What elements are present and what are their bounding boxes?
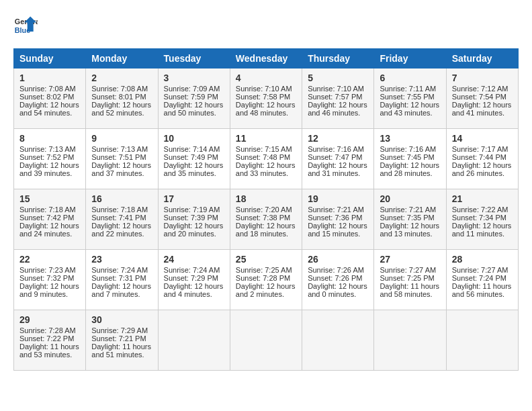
calendar-cell: 3Sunrise: 7:09 AMSunset: 7:59 PMDaylight… [158, 68, 230, 129]
day-number: 7 [452, 73, 513, 83]
sunrise-text: Sunrise: 7:20 AM [236, 205, 292, 214]
day-number: 22 [19, 254, 80, 265]
sunset-text: Sunset: 7:55 PM [380, 93, 434, 101]
calendar-cell: 30Sunrise: 7:29 AMSunset: 7:21 PMDayligh… [86, 310, 158, 371]
calendar-cell: 9Sunrise: 7:13 AMSunset: 7:51 PMDaylight… [86, 129, 158, 189]
calendar-cell: 24Sunrise: 7:24 AMSunset: 7:29 PMDayligh… [158, 250, 230, 310]
sunrise-text: Sunrise: 7:09 AM [164, 85, 220, 93]
day-number: 20 [380, 193, 440, 204]
day-number: 9 [91, 133, 152, 144]
day-number: 8 [19, 133, 80, 144]
daylight-text: Daylight: 12 hours and 4 minutes. [164, 282, 224, 298]
daylight-text: Daylight: 12 hours and 26 minutes. [452, 161, 512, 177]
sunrise-text: Sunrise: 7:15 AM [236, 145, 292, 153]
daylight-text: Daylight: 12 hours and 48 minutes. [236, 101, 296, 117]
sunset-text: Sunset: 7:24 PM [452, 274, 506, 282]
sunrise-text: Sunrise: 7:18 AM [19, 205, 76, 214]
logo-icon: General Blue [13, 13, 38, 38]
sunset-text: Sunset: 7:58 PM [236, 93, 290, 101]
sunset-text: Sunset: 7:47 PM [308, 153, 362, 161]
sunset-text: Sunset: 7:48 PM [236, 153, 290, 161]
day-number: 14 [452, 133, 513, 144]
weekday-header: Monday [86, 49, 158, 68]
calendar-cell: 14Sunrise: 7:17 AMSunset: 7:44 PMDayligh… [446, 129, 518, 189]
sunset-text: Sunset: 7:52 PM [19, 153, 74, 161]
sunset-text: Sunset: 7:28 PM [236, 274, 290, 282]
weekday-header: Friday [374, 49, 446, 68]
calendar-cell: 22Sunrise: 7:23 AMSunset: 7:32 PMDayligh… [14, 250, 86, 310]
daylight-text: Daylight: 12 hours and 7 minutes. [91, 282, 151, 298]
daylight-text: Daylight: 12 hours and 52 minutes. [91, 101, 151, 117]
sunset-text: Sunset: 7:39 PM [164, 214, 218, 222]
sunset-text: Sunset: 7:35 PM [380, 214, 434, 222]
calendar-cell: 7Sunrise: 7:12 AMSunset: 7:54 PMDaylight… [446, 68, 518, 129]
day-number: 1 [19, 73, 80, 83]
sunset-text: Sunset: 7:57 PM [308, 93, 362, 101]
calendar-cell: 25Sunrise: 7:25 AMSunset: 7:28 PMDayligh… [230, 250, 302, 310]
sunset-text: Sunset: 7:38 PM [236, 214, 290, 222]
sunset-text: Sunset: 7:31 PM [91, 274, 146, 282]
daylight-text: Daylight: 12 hours and 41 minutes. [452, 101, 512, 117]
sunrise-text: Sunrise: 7:08 AM [19, 85, 76, 93]
day-number: 18 [236, 193, 296, 204]
weekday-header: Thursday [302, 49, 374, 68]
calendar-cell [158, 310, 230, 371]
calendar-cell: 8Sunrise: 7:13 AMSunset: 7:52 PMDaylight… [14, 129, 86, 189]
sunrise-text: Sunrise: 7:17 AM [452, 145, 508, 153]
daylight-text: Daylight: 12 hours and 20 minutes. [164, 222, 224, 238]
sunset-text: Sunset: 7:54 PM [452, 93, 506, 101]
sunrise-text: Sunrise: 7:27 AM [380, 266, 436, 274]
sunrise-text: Sunrise: 7:28 AM [19, 326, 76, 334]
sunset-text: Sunset: 7:44 PM [452, 153, 506, 161]
daylight-text: Daylight: 12 hours and 13 minutes. [380, 222, 439, 238]
page-header: General Blue [13, 13, 519, 38]
daylight-text: Daylight: 12 hours and 24 minutes. [19, 222, 79, 238]
logo: General Blue [13, 13, 38, 38]
daylight-text: Daylight: 12 hours and 50 minutes. [164, 101, 224, 117]
daylight-text: Daylight: 12 hours and 9 minutes. [19, 282, 79, 298]
daylight-text: Daylight: 12 hours and 11 minutes. [452, 222, 512, 238]
weekday-header: Wednesday [230, 49, 302, 68]
calendar-cell: 1Sunrise: 7:08 AMSunset: 8:02 PMDaylight… [14, 68, 86, 129]
sunset-text: Sunset: 7:25 PM [380, 274, 434, 282]
calendar-cell: 6Sunrise: 7:11 AMSunset: 7:55 PMDaylight… [374, 68, 446, 129]
calendar-header-row: SundayMondayTuesdayWednesdayThursdayFrid… [14, 49, 519, 68]
daylight-text: Daylight: 12 hours and 28 minutes. [380, 161, 439, 177]
calendar-cell: 29Sunrise: 7:28 AMSunset: 7:22 PMDayligh… [14, 310, 86, 371]
sunrise-text: Sunrise: 7:18 AM [91, 205, 148, 214]
sunset-text: Sunset: 7:26 PM [308, 274, 362, 282]
day-number: 26 [308, 254, 368, 265]
calendar-cell: 11Sunrise: 7:15 AMSunset: 7:48 PMDayligh… [230, 129, 302, 189]
calendar-cell: 4Sunrise: 7:10 AMSunset: 7:58 PMDaylight… [230, 68, 302, 129]
calendar-week-row: 1Sunrise: 7:08 AMSunset: 8:02 PMDaylight… [14, 68, 519, 129]
sunrise-text: Sunrise: 7:13 AM [19, 145, 76, 153]
calendar-week-row: 29Sunrise: 7:28 AMSunset: 7:22 PMDayligh… [14, 310, 519, 371]
sunrise-text: Sunrise: 7:21 AM [380, 205, 436, 214]
weekday-header: Saturday [446, 49, 518, 68]
sunrise-text: Sunrise: 7:27 AM [452, 266, 508, 274]
calendar-cell: 27Sunrise: 7:27 AMSunset: 7:25 PMDayligh… [374, 250, 446, 310]
sunset-text: Sunset: 7:59 PM [164, 93, 218, 101]
sunset-text: Sunset: 8:01 PM [91, 93, 146, 101]
sunrise-text: Sunrise: 7:08 AM [91, 85, 148, 93]
calendar-cell [302, 310, 374, 371]
day-number: 29 [19, 314, 80, 325]
calendar-cell: 26Sunrise: 7:26 AMSunset: 7:26 PMDayligh… [302, 250, 374, 310]
calendar-week-row: 22Sunrise: 7:23 AMSunset: 7:32 PMDayligh… [14, 250, 519, 310]
daylight-text: Daylight: 12 hours and 31 minutes. [308, 161, 367, 177]
calendar-cell: 19Sunrise: 7:21 AMSunset: 7:36 PMDayligh… [302, 189, 374, 250]
daylight-text: Daylight: 11 hours and 56 minutes. [452, 282, 512, 298]
day-number: 3 [164, 73, 224, 83]
sunset-text: Sunset: 7:22 PM [19, 334, 74, 342]
sunrise-text: Sunrise: 7:16 AM [380, 145, 436, 153]
sunset-text: Sunset: 7:51 PM [91, 153, 146, 161]
calendar-week-row: 15Sunrise: 7:18 AMSunset: 7:42 PMDayligh… [14, 189, 519, 250]
calendar-cell: 16Sunrise: 7:18 AMSunset: 7:41 PMDayligh… [86, 189, 158, 250]
calendar-table: SundayMondayTuesdayWednesdayThursdayFrid… [13, 48, 519, 371]
calendar-cell: 13Sunrise: 7:16 AMSunset: 7:45 PMDayligh… [374, 129, 446, 189]
calendar-cell [230, 310, 302, 371]
daylight-text: Daylight: 12 hours and 35 minutes. [164, 161, 224, 177]
day-number: 30 [91, 314, 152, 325]
sunset-text: Sunset: 8:02 PM [19, 93, 74, 101]
daylight-text: Daylight: 12 hours and 2 minutes. [236, 282, 296, 298]
